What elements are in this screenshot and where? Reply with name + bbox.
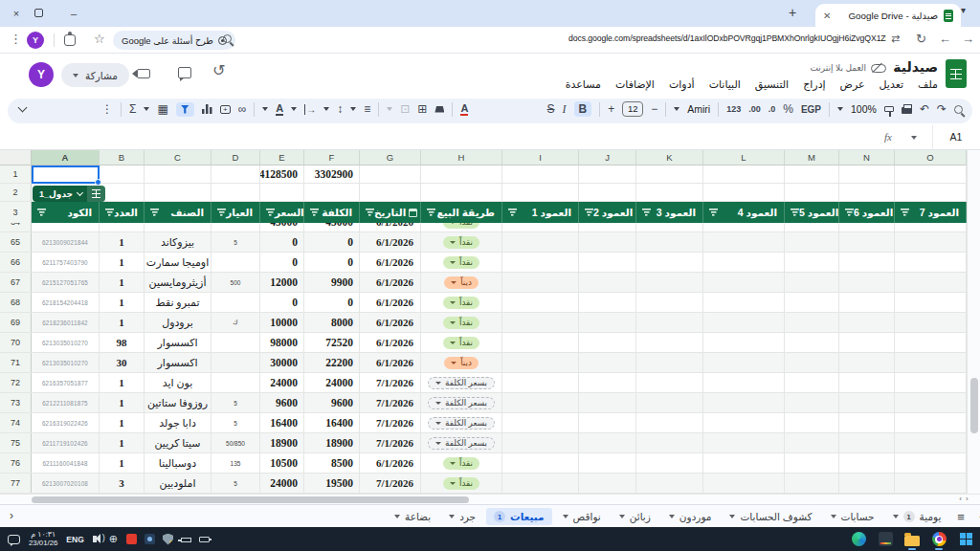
cell-empty[interactable] [579,393,636,412]
cell-code[interactable]: 6212211081875 [32,393,100,412]
italic-icon[interactable]: I [563,103,567,115]
filter-icon[interactable] [427,209,435,216]
cell-sale-method[interactable]: نقداً [421,253,502,272]
cell-date[interactable]: 7/1/2026 [360,373,421,392]
cell-date[interactable]: 6/1/2026 [360,232,421,252]
cell-cost[interactable]: 0 [304,253,360,272]
cell-item-name[interactable]: اكسسوار [145,333,212,352]
browser-profile-avatar[interactable]: Y [27,32,44,49]
cell-L2[interactable] [703,184,785,201]
filter-icon[interactable] [310,209,319,216]
cell-quantity[interactable]: 1 [100,433,145,452]
table-column-header[interactable]: العمود 4 [703,202,785,223]
network-globe-icon[interactable]: ⊕ [109,533,118,545]
cell-G2[interactable] [360,184,421,201]
horizontal-align-dropdown-icon[interactable] [350,107,356,111]
cell-J2[interactable] [579,184,636,201]
cell-empty[interactable] [785,333,839,352]
cell-empty[interactable] [502,333,579,352]
cell-empty[interactable] [785,413,839,432]
file-explorer-taskbar-icon[interactable] [903,527,921,551]
cell-cost[interactable]: 45000 [304,223,360,231]
cell-code[interactable]: 6213035010270 [32,333,100,352]
cell-date[interactable]: 7/1/2026 [360,393,421,412]
cell-D1[interactable] [212,165,260,183]
sale-method-chip[interactable]: بسعر الكلفة [428,437,495,450]
ask-google-chip[interactable]: طرح أسئلة على Google [113,31,235,50]
cell-A1[interactable] [32,165,100,183]
cell-date[interactable]: 6/1/2026 [360,353,421,372]
table-column-header[interactable]: الكلفة [304,202,360,223]
cell-grade[interactable] [212,253,260,272]
cell-quantity[interactable] [100,223,145,231]
cell-cost[interactable]: 72520 [304,333,360,352]
cell-empty[interactable] [895,413,967,432]
cell-empty[interactable] [502,373,579,392]
horizontal-scroll-arrows[interactable]: ‹› [951,494,980,504]
cell-price[interactable]: 45000 [260,223,304,231]
cell-I2[interactable] [502,184,579,201]
cell-code[interactable]: 6211160041848 [32,453,100,473]
cell-B2[interactable] [100,184,145,201]
cell-empty[interactable] [785,293,839,312]
row-number[interactable]: 66 [0,253,32,272]
cell-empty[interactable] [785,313,839,332]
cell-empty[interactable] [636,393,703,412]
column-header-J[interactable]: J [579,150,636,165]
cell-empty[interactable] [636,453,703,473]
cell-K2[interactable] [636,184,703,201]
cell-cost[interactable]: 22200 [304,353,360,372]
sale-method-chip[interactable]: نقداً [443,317,479,329]
bookmark-star-icon[interactable]: ☆ [94,32,105,46]
cell-code[interactable]: 6213009021844 [32,232,100,252]
vertical-align-dropdown-icon[interactable] [323,107,329,111]
sheet-tab-dropdown-icon[interactable] [394,515,400,518]
cell-empty[interactable] [839,273,895,292]
table-column-header[interactable]: الكود [32,202,100,223]
cell-empty[interactable] [502,353,579,372]
cell-empty[interactable] [895,453,967,473]
table-column-header[interactable]: العمود 5 [785,202,839,223]
cell-quantity[interactable]: 30 [100,353,145,372]
back-icon[interactable]: ← [939,32,951,46]
cell-empty[interactable] [785,232,839,252]
decimal-decrease-icon[interactable]: .0 [768,104,776,114]
cell-empty[interactable] [839,232,895,252]
cell-cost[interactable]: 24000 [304,373,360,392]
cell-empty[interactable] [579,253,636,272]
cell-sale-method[interactable]: نقداً [421,474,502,493]
cell-item-name[interactable]: اوميجا سمارت [145,253,212,272]
paint-format-icon[interactable] [884,106,894,112]
cell-empty[interactable] [895,313,967,332]
corner-cell[interactable] [0,150,32,165]
cell-grade[interactable] [212,353,260,372]
cell-sale-method[interactable]: نقداً [421,223,502,231]
column-header-E[interactable]: E [260,150,304,165]
cell-H2[interactable] [421,184,502,201]
column-header-C[interactable]: C [145,150,212,165]
cell-sale-method[interactable]: ديناً [421,273,502,292]
insert-chart-icon[interactable] [202,104,212,114]
sale-method-chip[interactable]: بسعر الكلفة [428,397,495,409]
filter-icon[interactable] [585,209,593,216]
table-column-header[interactable]: الصنف [145,202,212,223]
cell-grade[interactable]: 5 [212,413,260,432]
filter-icon[interactable] [642,209,651,216]
toolbar-search-icon[interactable] [954,105,963,114]
cell-empty[interactable] [636,273,703,292]
table-column-header[interactable]: العمود 2 [579,202,636,223]
cell-empty[interactable] [636,313,703,332]
cell-sale-method[interactable]: ديناً [421,353,502,372]
cell-grade[interactable] [212,293,260,312]
filter-icon[interactable] [366,209,374,216]
cell-empty[interactable] [502,223,579,231]
row-number[interactable]: 68 [0,293,32,312]
cell-quantity[interactable]: 1 [100,313,145,332]
version-history-icon[interactable]: ↺ [212,61,225,79]
cell-empty[interactable] [839,253,895,272]
cell-date[interactable]: 6/1/2026 [360,253,421,272]
cell-D2[interactable] [212,184,260,201]
font-size-increase-icon[interactable]: + [608,103,614,115]
name-box-dropdown-icon[interactable] [911,136,917,140]
cell-cost[interactable]: 8500 [304,453,360,473]
